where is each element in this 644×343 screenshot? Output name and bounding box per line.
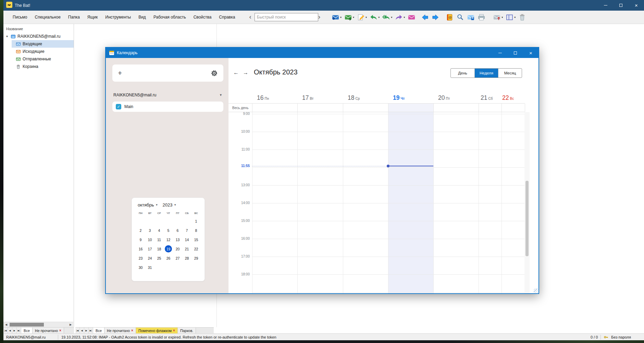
- next-message-button[interactable]: [431, 13, 440, 22]
- calendar-maximize-button[interactable]: [508, 48, 523, 58]
- search-messages-button[interactable]: [456, 13, 465, 22]
- mini-day-11[interactable]: 11: [154, 235, 164, 244]
- chevron-down-icon[interactable]: ▾: [501, 16, 503, 19]
- mini-day-28[interactable]: 28: [182, 253, 191, 263]
- reply-button[interactable]: ▾: [369, 13, 380, 22]
- tree-column-header[interactable]: Название: [3, 24, 74, 33]
- redirect-button[interactable]: [407, 13, 416, 22]
- mini-day-14[interactable]: 14: [182, 235, 191, 244]
- queue-mail-button[interactable]: ▾: [344, 13, 355, 22]
- chevron-left-icon[interactable]: ‹: [249, 13, 251, 21]
- move-message-button[interactable]: ▾: [492, 13, 504, 22]
- chevron-down-icon[interactable]: ▾: [391, 16, 392, 19]
- chevron-down-icon[interactable]: ▾: [353, 16, 354, 19]
- folder-nav-button-3[interactable]: ▶|: [17, 328, 21, 333]
- mini-day-18[interactable]: 18: [154, 244, 164, 253]
- calendar-close-button[interactable]: ×: [523, 48, 538, 58]
- mini-day-23[interactable]: 23: [136, 253, 145, 263]
- mini-day-26[interactable]: 26: [164, 253, 173, 263]
- day-header-19[interactable]: 19Чт: [393, 93, 405, 101]
- chevron-right-icon[interactable]: ›: [318, 13, 320, 21]
- delete-message-button[interactable]: [518, 13, 527, 22]
- print-message-button[interactable]: [477, 13, 486, 22]
- add-event-button[interactable]: +: [118, 69, 122, 77]
- mini-day-22[interactable]: 22: [191, 244, 201, 253]
- account-node[interactable]: ▾ RAIKKONEN5@mail.ru: [3, 33, 74, 40]
- week-grid[interactable]: 9:0010:0011:0013:0014:0015:0016:0017:001…: [228, 112, 538, 293]
- folder-item-3[interactable]: Корзина: [12, 63, 74, 70]
- mini-day-12[interactable]: 12: [164, 235, 173, 244]
- day-header-21[interactable]: 21Сб: [481, 93, 493, 101]
- close-icon[interactable]: ×: [59, 329, 61, 332]
- list-nav-button-2[interactable]: ▶: [84, 328, 89, 333]
- mini-day-30[interactable]: 30: [136, 263, 145, 272]
- day-header-17[interactable]: 17Вт: [302, 93, 313, 101]
- quick-search-input[interactable]: [255, 13, 318, 21]
- mini-day-1[interactable]: 1: [191, 216, 201, 226]
- scrollbar-thumb[interactable]: [10, 323, 44, 327]
- mini-day-3[interactable]: 3: [145, 226, 154, 235]
- view-day-button[interactable]: День: [451, 69, 474, 78]
- chevron-down-icon[interactable]: ▾: [514, 16, 516, 19]
- mini-day-29[interactable]: 29: [191, 253, 201, 263]
- mini-day-15[interactable]: 15: [191, 235, 201, 244]
- day-header-22[interactable]: 22Вс: [502, 93, 514, 101]
- menu-item-2[interactable]: Папка: [64, 11, 84, 24]
- close-icon[interactable]: ×: [131, 329, 133, 332]
- folder-nav-button-0[interactable]: |◀: [3, 328, 8, 333]
- mini-day-5[interactable]: 5: [164, 226, 173, 235]
- gear-icon[interactable]: [211, 70, 218, 77]
- mini-day-24[interactable]: 24: [145, 253, 154, 263]
- chevron-down-icon[interactable]: ▾: [404, 16, 405, 19]
- folder-tab-0[interactable]: Все: [21, 328, 33, 333]
- scrollbar-thumb[interactable]: [525, 181, 529, 256]
- menu-item-8[interactable]: Справка: [215, 11, 239, 24]
- mini-day-9[interactable]: 9: [136, 235, 145, 244]
- mini-month-select[interactable]: октябрь: [138, 202, 154, 208]
- mini-day-17[interactable]: 17: [145, 244, 154, 253]
- calendar-minimize-button[interactable]: [492, 48, 508, 58]
- mini-day-25[interactable]: 25: [154, 253, 164, 263]
- mini-day-8[interactable]: 8: [191, 226, 201, 235]
- folder-item-2[interactable]: Отправленные: [12, 55, 74, 63]
- folder-tab-1[interactable]: Не прочитано×: [33, 328, 64, 333]
- save-message-button[interactable]: [466, 13, 475, 22]
- mini-day-10[interactable]: 10: [145, 235, 154, 244]
- list-tab-3[interactable]: Парков.: [178, 328, 196, 333]
- mini-day-6[interactable]: 6: [173, 226, 182, 235]
- mini-day-16[interactable]: 16: [136, 244, 145, 253]
- chevron-down-icon[interactable]: ▾: [340, 16, 342, 19]
- list-nav-button-1[interactable]: ◀: [80, 328, 84, 333]
- mini-day-20[interactable]: 20: [173, 244, 182, 253]
- maximize-button[interactable]: [613, 0, 629, 11]
- chevron-down-icon[interactable]: ▾: [366, 16, 367, 19]
- day-header-16[interactable]: 16Пн: [257, 93, 269, 101]
- menu-item-3[interactable]: Ящик: [84, 11, 102, 24]
- mini-day-21[interactable]: 21: [182, 244, 191, 253]
- list-tab-1[interactable]: Не прочитано×: [104, 328, 136, 333]
- mini-day-31[interactable]: 31: [145, 263, 154, 272]
- new-message-button[interactable]: ▾: [356, 13, 368, 22]
- day-header-20[interactable]: 20Пт: [438, 93, 450, 101]
- view-month-button[interactable]: Месяц: [498, 69, 522, 78]
- folder-nav-button-1[interactable]: ◀: [8, 328, 12, 333]
- mini-day-4[interactable]: 4: [154, 226, 164, 235]
- menu-item-4[interactable]: Инструменты: [101, 11, 135, 24]
- mini-year-select[interactable]: 2023: [162, 202, 172, 208]
- folder-nav-button-2[interactable]: ▶: [12, 328, 17, 333]
- expander-icon[interactable]: ▾: [5, 35, 9, 38]
- forward-button[interactable]: ▾: [394, 13, 406, 22]
- prev-week-button[interactable]: ←: [233, 70, 239, 76]
- minimize-button[interactable]: [598, 0, 613, 11]
- list-nav-button-0[interactable]: |◀: [75, 328, 80, 333]
- folder-item-1[interactable]: Исходящие: [12, 48, 74, 55]
- calendar-account-dropdown[interactable]: RAIKKONEN5@mail.ru ▼: [112, 91, 223, 99]
- previous-message-button[interactable]: [420, 13, 430, 22]
- calendar-list-item-0[interactable]: ✓Main: [112, 102, 223, 112]
- menu-item-0[interactable]: Письмо: [9, 11, 31, 24]
- menu-item-5[interactable]: Вид: [135, 11, 150, 24]
- calendar-scrollbar[interactable]: [524, 112, 530, 293]
- tree-horizontal-scrollbar[interactable]: ◀ ▶: [3, 322, 73, 327]
- reply-all-button[interactable]: ▾: [382, 13, 393, 22]
- chevron-down-icon[interactable]: ▾: [378, 16, 380, 19]
